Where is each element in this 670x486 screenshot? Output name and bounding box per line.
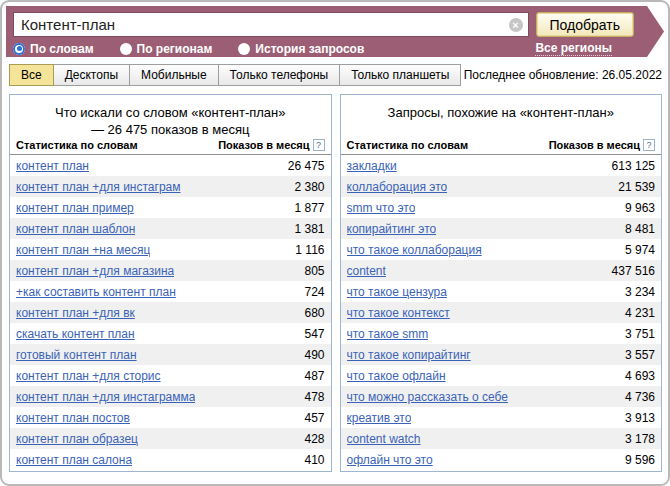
keyword-link[interactable]: закладки xyxy=(347,159,397,173)
radio-query-history[interactable]: История запросов xyxy=(238,42,364,56)
keyword-link[interactable]: контент план +для инстаграм xyxy=(16,180,181,194)
keyword-link[interactable]: что такое цензура xyxy=(347,285,447,299)
keyword-link[interactable]: что такое офлайн xyxy=(347,369,446,383)
keyword-link[interactable]: контент план +для инстаграмма xyxy=(16,390,195,404)
table-row: smm что это9 963 xyxy=(341,197,662,218)
column-keyword-label: Статистика по словам xyxy=(347,139,469,151)
table-row: что такое офлайн4 693 xyxy=(341,365,662,386)
keyword-link[interactable]: что такое коллаборация xyxy=(347,243,482,257)
table-row: контент план +для магазина805 xyxy=(10,260,331,281)
keyword-link[interactable]: что такое копирайтинг xyxy=(347,348,471,362)
keyword-link[interactable]: контент план шаблон xyxy=(16,222,135,236)
impressions-value: 680 xyxy=(304,306,324,320)
impressions-value: 1 116 xyxy=(295,243,324,257)
table-row: скачать контент план547 xyxy=(10,323,331,344)
keyword-link[interactable]: что такое контекст xyxy=(347,306,450,320)
radio-by-regions[interactable]: По регионам xyxy=(120,42,213,56)
impressions-value: 724 xyxy=(304,285,324,299)
keyword-link[interactable]: коллаборация это xyxy=(347,180,448,194)
keyword-link[interactable]: контент план xyxy=(16,159,89,173)
similar-queries-panel: Запросы, похожие на «контент-план» Стати… xyxy=(340,94,663,472)
table-row: копирайтинг это8 481 xyxy=(341,218,662,239)
impressions-value: 3 178 xyxy=(625,432,655,446)
submit-button[interactable]: Подобрать xyxy=(536,12,635,37)
keyword-link[interactable]: что такое smm xyxy=(347,327,429,341)
last-update-text: Последнее обновление: 26.05.2022 xyxy=(464,68,662,82)
keyword-link[interactable]: креатив это xyxy=(347,411,412,425)
tab-tablets-only[interactable]: Только планшеты xyxy=(339,64,461,86)
impressions-value: 457 xyxy=(304,411,324,425)
all-regions-link[interactable]: Все регионы xyxy=(535,41,612,56)
table-row: креатив это3 913 xyxy=(341,407,662,428)
tab-mobile[interactable]: Мобильные xyxy=(129,64,219,86)
keyword-link[interactable]: готовый контент план xyxy=(16,348,137,362)
table-row: офлайн что это9 596 xyxy=(341,449,662,470)
impressions-value: 428 xyxy=(304,432,324,446)
keyword-link[interactable]: smm что это xyxy=(347,201,416,215)
keyword-link[interactable]: контент план +для магазина xyxy=(16,264,174,278)
table-row: контент план пример1 877 xyxy=(10,197,331,218)
device-tabs: Все Десктопы Мобильные Только телефоны Т… xyxy=(9,64,662,86)
tab-desktops[interactable]: Десктопы xyxy=(53,64,130,86)
table-row: контент план салона410 xyxy=(10,449,331,470)
impressions-value: 3 557 xyxy=(625,348,655,362)
radio-by-words[interactable]: По словам xyxy=(13,42,94,56)
keyword-link[interactable]: content xyxy=(347,264,386,278)
table-row: что такое smm3 751 xyxy=(341,323,662,344)
impressions-value: 487 xyxy=(304,369,324,383)
result-panels: Что искали со словом «контент-план» — 26… xyxy=(9,94,662,472)
table-row: что можно рассказать о себе4 736 xyxy=(341,386,662,407)
impressions-value: 3 234 xyxy=(625,285,655,299)
clear-icon[interactable]: × xyxy=(509,18,523,32)
search-input[interactable] xyxy=(13,12,529,37)
impressions-value: 4 736 xyxy=(625,390,655,404)
tab-phones-only[interactable]: Только телефоны xyxy=(218,64,341,86)
keywords-list: контент план26 475контент план +для инст… xyxy=(10,155,331,470)
keyword-link[interactable]: content watch xyxy=(347,432,421,446)
impressions-value: 410 xyxy=(304,453,324,467)
keyword-link[interactable]: контент план пример xyxy=(16,201,134,215)
keyword-link[interactable]: контент план образец xyxy=(16,432,138,446)
impressions-value: 1 877 xyxy=(294,201,324,215)
table-row: +как составить контент план724 xyxy=(10,281,331,302)
table-row: контент план +для инстаграмма478 xyxy=(10,386,331,407)
tab-all[interactable]: Все xyxy=(9,64,54,86)
table-row: контент план шаблон1 381 xyxy=(10,218,331,239)
table-row: контент план +на месяц1 116 xyxy=(10,239,331,260)
keyword-link[interactable]: контент план салона xyxy=(16,453,132,467)
radio-selected-icon xyxy=(13,43,25,55)
impressions-value: 4 693 xyxy=(625,369,655,383)
impressions-value: 547 xyxy=(304,327,324,341)
impressions-value: 9 596 xyxy=(625,453,655,467)
help-icon[interactable]: ? xyxy=(643,139,655,151)
impressions-value: 1 381 xyxy=(294,222,324,236)
help-icon[interactable]: ? xyxy=(313,139,325,151)
impressions-value: 490 xyxy=(304,348,324,362)
screenshot-frame: × Подобрать По словам По регионам Истори… xyxy=(0,0,670,486)
keyword-link[interactable]: контент план +на месяц xyxy=(16,243,150,257)
keyword-link[interactable]: скачать контент план xyxy=(16,327,135,341)
column-header: Статистика по словам Показов в месяц ? xyxy=(10,139,331,155)
keyword-link[interactable]: контент план постов xyxy=(16,411,130,425)
panel-title-text: Что искали со словом «контент-план» — 26… xyxy=(52,104,288,138)
keyword-link[interactable]: копирайтинг это xyxy=(347,222,437,236)
table-row: готовый контент план490 xyxy=(10,344,331,365)
table-row: закладки613 125 xyxy=(341,155,662,176)
table-row: контент план +для вк680 xyxy=(10,302,331,323)
keyword-link[interactable]: контент план +для вк xyxy=(16,306,135,320)
keywords-panel: Что искали со словом «контент-план» — 26… xyxy=(9,94,332,472)
search-wrap: × xyxy=(13,12,529,37)
keyword-link[interactable]: что можно рассказать о себе xyxy=(347,390,508,404)
table-row: content watch3 178 xyxy=(341,428,662,449)
keyword-link[interactable]: офлайн что это xyxy=(347,453,433,467)
table-row: контент план образец428 xyxy=(10,428,331,449)
table-row: коллаборация это21 539 xyxy=(341,176,662,197)
keyword-link[interactable]: +как составить контент план xyxy=(16,285,176,299)
table-row: что такое контекст4 231 xyxy=(341,302,662,323)
table-row: контент план +для инстаграм2 380 xyxy=(10,176,331,197)
column-impressions-label: Показов в месяц xyxy=(218,139,309,151)
impressions-value: 3 913 xyxy=(625,411,655,425)
keyword-link[interactable]: контент план +для сторис xyxy=(16,369,161,383)
impressions-value: 4 231 xyxy=(625,306,655,320)
radio-icon xyxy=(238,43,250,55)
